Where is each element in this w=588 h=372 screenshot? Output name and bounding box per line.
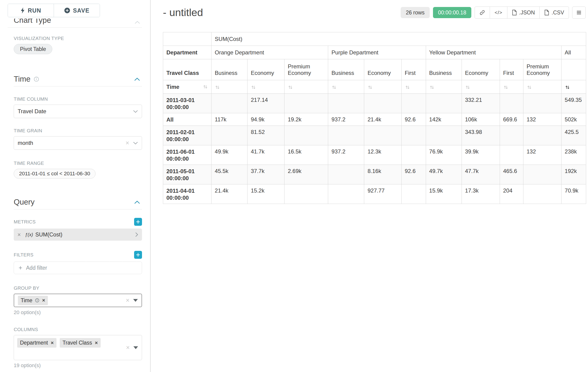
more-options-button[interactable] (572, 7, 586, 19)
save-label: SAVE (73, 7, 89, 14)
sort-icon[interactable] (527, 85, 532, 90)
sort-icon[interactable] (288, 85, 293, 90)
column-header: Premium Economy (284, 59, 328, 80)
pivot-value-cell (523, 126, 561, 145)
group-by-tag[interactable]: Time × (18, 296, 48, 305)
sort-icon[interactable] (465, 85, 470, 90)
time-section-title: Time (14, 75, 31, 84)
view-query-button[interactable]: </> (490, 7, 507, 19)
pivot-value-cell: 81.52 (248, 126, 284, 145)
sort-icon[interactable] (215, 85, 220, 90)
time-range-label: TIME RANGE (14, 160, 142, 166)
sort-icon[interactable] (429, 85, 435, 90)
query-section-header[interactable]: Query (14, 198, 142, 206)
sort-icon[interactable] (503, 85, 508, 90)
code-icon: </> (494, 10, 502, 15)
column-header: Economy (364, 59, 401, 80)
chevron-right-icon[interactable] (135, 232, 138, 237)
export-json-button[interactable]: .JSON (507, 7, 540, 19)
pivot-row-label: 2011-06-01 00:00:00 (163, 145, 211, 165)
remove-tag-icon[interactable]: × (51, 340, 54, 345)
group-by-select[interactable]: Time × × (14, 294, 142, 307)
clear-icon[interactable]: × (126, 345, 130, 351)
sort-icon-active[interactable] (565, 85, 570, 90)
pivot-value-cell: 192k (561, 165, 586, 184)
pivot-value-cell: 92.6 (401, 165, 426, 184)
share-link-button[interactable] (475, 7, 490, 19)
remove-metric-icon[interactable]: × (17, 232, 21, 238)
sort-icon[interactable] (331, 85, 337, 90)
filters-label: FILTERS (14, 252, 33, 258)
pivot-corner-cell (163, 32, 211, 46)
columns-tag[interactable]: Department × (17, 338, 56, 348)
pivot-value-cell: 12.3k (364, 145, 401, 165)
chevron-up-icon[interactable] (134, 77, 140, 81)
pivot-value-cell (364, 94, 401, 113)
pivot-value-cell (284, 94, 328, 113)
sort-icon[interactable] (405, 85, 410, 90)
chevron-up-icon[interactable] (134, 200, 140, 204)
group-header: Orange Department (211, 46, 328, 59)
time-column-value: Travel Date (18, 108, 46, 115)
columns-select[interactable]: Department × Travel Class × × (14, 335, 142, 360)
pivot-value-cell: 117k (211, 113, 248, 126)
add-metric-button[interactable] (134, 218, 142, 226)
pivot-value-cell (284, 126, 328, 145)
pivot-row: All117k94.9k19.2k937.221.4k92.6142k106k6… (163, 113, 586, 126)
group-by-label: GROUP BY (14, 285, 142, 291)
sort-column-header (561, 80, 586, 94)
time-section-header[interactable]: Time (14, 75, 142, 84)
sort-icon[interactable] (203, 84, 208, 89)
chart-type-title: Chart Type (14, 19, 142, 25)
pivot-value-cell (426, 126, 462, 145)
clear-icon[interactable]: × (126, 140, 129, 146)
export-csv-button[interactable]: .CSV (540, 7, 569, 19)
pivot-row-label: 2011-04-01 00:00:00 (163, 184, 211, 204)
info-icon[interactable] (35, 298, 39, 302)
pivot-value-cell: 937.2 (328, 145, 364, 165)
row-dimension-text: Time (166, 84, 179, 90)
run-button[interactable]: RUN (8, 4, 54, 17)
pivot-value-cell: 17.3k (462, 184, 500, 204)
pivot-row-label: 2011-03-01 00:00:00 (163, 94, 211, 113)
sort-column-header (328, 80, 364, 94)
save-button[interactable]: SAVE (54, 4, 100, 17)
time-range-pill[interactable]: 2011-01-01 ≤ col < 2011-06-30 (14, 169, 95, 179)
column-header: First (401, 59, 426, 80)
sort-column-header (500, 80, 523, 94)
pivot-value-cell (500, 126, 523, 145)
sort-icon[interactable] (368, 85, 373, 90)
pivot-row: 2011-06-01 00:00:0049.9k41.7k16.5k937.21… (163, 145, 586, 165)
sort-column-header (462, 80, 500, 94)
export-button-group: </> .JSON .CSV (475, 7, 569, 19)
column-dimension-label: Department (163, 46, 211, 59)
add-filter-button[interactable] (134, 251, 142, 259)
info-icon[interactable] (34, 76, 39, 82)
sort-icon[interactable] (251, 85, 256, 90)
time-column-select[interactable]: Travel Date (14, 105, 142, 118)
time-column-label: TIME COLUMN (14, 96, 142, 102)
remove-tag-icon[interactable]: × (95, 340, 98, 345)
pivot-value-cell: 21.4k (364, 113, 401, 126)
columns-tag[interactable]: Travel Class × (60, 338, 101, 348)
pivot-value-cell: 132 (523, 113, 561, 126)
remove-tag-icon[interactable]: × (42, 298, 45, 303)
pivot-row-label: 2011-05-01 00:00:00 (163, 165, 211, 184)
time-grain-select[interactable]: month × (14, 136, 142, 150)
chart-type-section-header[interactable]: Chart Type (14, 19, 142, 25)
pivot-row: 2011-04-01 00:00:0021.4k15.2k927.7715.9k… (163, 184, 586, 204)
pivot-value-cell: 132 (523, 145, 561, 165)
column-header: Economy (248, 59, 284, 80)
export-json-label: .JSON (519, 10, 535, 16)
clear-icon[interactable]: × (126, 297, 129, 304)
bolt-icon (21, 7, 25, 13)
pivot-row-label: 2011-02-01 00:00:00 (163, 126, 211, 145)
pivot-value-cell: 8.16k (364, 165, 401, 184)
metric-item[interactable]: × ƒ(x) SUM(Cost) (14, 229, 142, 241)
pivot-value-cell (401, 94, 426, 113)
add-filter-dropzone[interactable]: Add filter (14, 262, 142, 274)
viz-type-pill[interactable]: Pivot Table (14, 44, 52, 54)
metrics-label: METRICS (14, 219, 36, 225)
pivot-value-cell: 39.9k (462, 145, 500, 165)
column-subdimension-label: Travel Class (163, 59, 211, 80)
